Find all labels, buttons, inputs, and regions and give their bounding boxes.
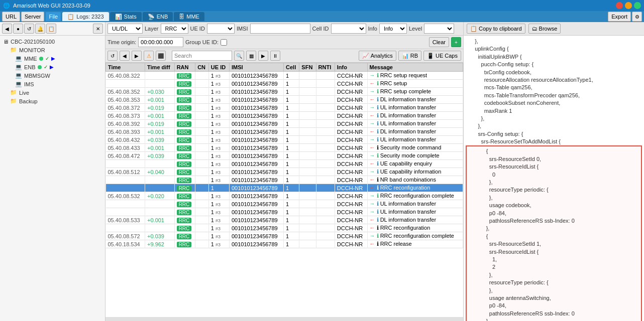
table-row[interactable]: 05.40.08.512 +0.040 RRC 1 #3 00101012345… xyxy=(106,168,463,176)
code-highlighted: { srs-ResourceSetId 0, srs-ResourceIdLis… xyxy=(468,147,640,321)
time-origin-input[interactable] xyxy=(138,37,183,47)
cell-time: 05.40.08.322 xyxy=(106,72,145,80)
sidebar-btn-3[interactable]: ↺ xyxy=(24,24,34,34)
refresh-icon-btn[interactable]: ↺ xyxy=(108,51,118,61)
right-code-panel[interactable]: }, uplinkConfig { initialUplinkBWP { puc… xyxy=(464,36,644,321)
tab-logs[interactable]: 📋 Logs: 2323 xyxy=(62,12,109,21)
table-row[interactable]: 05.40.08.532 +0.020 RRC 1 #3 00101012345… xyxy=(106,192,463,200)
close-btn[interactable] xyxy=(616,2,623,9)
search-icon-btn[interactable]: 🔍 xyxy=(234,51,244,61)
play-icon-btn[interactable]: ▶ xyxy=(258,51,268,61)
export-button[interactable]: Export xyxy=(608,12,631,22)
level-select[interactable]: 1 xyxy=(424,24,454,34)
col-msg[interactable]: Message xyxy=(367,63,463,72)
tab-mme[interactable]: 🗄 MME xyxy=(174,12,204,21)
sidebar-item-mme[interactable]: 💻 MME ✓ ▶ xyxy=(12,54,105,63)
filter-icon-btn[interactable]: ▦ xyxy=(246,51,256,61)
stop-icon-btn[interactable]: ⬛ xyxy=(156,51,166,61)
sidebar-btn-5[interactable]: 📋 xyxy=(46,24,56,34)
ue-caps-button[interactable]: 📱 UE Caps xyxy=(423,51,461,61)
msg-direction-icon: ← xyxy=(370,80,375,86)
col-ran[interactable]: RAN xyxy=(174,63,195,72)
table-row[interactable]: 05.40.18.534 +9.962 RRC 1 #3 00101012345… xyxy=(106,240,463,248)
server-button[interactable]: Server xyxy=(21,12,44,22)
col-cell[interactable]: Cell xyxy=(284,63,299,72)
horizontal-scrollbar[interactable] xyxy=(105,317,463,321)
rb-button[interactable]: 📊 RB xyxy=(398,51,421,61)
table-row[interactable]: 05.40.08.572 +0.039 RRC 1 #3 00101012345… xyxy=(106,232,463,240)
table-row[interactable]: RRC 1 #3 001010123456789 1 DCCH-NR ← ℹ N… xyxy=(106,176,463,184)
cell-sfn xyxy=(299,192,316,200)
nav-back-icon-btn[interactable]: ◀ xyxy=(120,51,130,61)
group-ue-id-checkbox[interactable] xyxy=(221,39,227,46)
minimize-btn[interactable] xyxy=(625,2,632,9)
nav-fwd-icon-btn[interactable]: ▶ xyxy=(132,51,142,61)
col-rnti[interactable]: RNTI xyxy=(316,63,335,72)
imsi-input[interactable] xyxy=(250,24,310,34)
table-row[interactable]: 05.40.08.373 +0.001 RRC 1 #3 00101012345… xyxy=(106,112,463,120)
table-row[interactable]: 05.40.08.533 +0.001 RRC 1 #3 00101012345… xyxy=(106,216,463,224)
file-button[interactable]: File xyxy=(45,12,61,22)
col-info[interactable]: Info xyxy=(335,63,367,72)
table-row[interactable]: 05.40.08.432 +0.039 RRC 1 #3 00101012345… xyxy=(106,136,463,144)
sidebar-close-btn[interactable]: ✕ xyxy=(93,24,103,34)
table-row[interactable]: RRC 1 #3 001010123456789 1 CCCH-NR ← ℹ R… xyxy=(106,80,463,88)
col-time[interactable]: Time xyxy=(106,63,145,72)
sidebar-item-root[interactable]: 🖥 CBC-2021050100 xyxy=(0,38,105,46)
table-row[interactable]: 05.40.08.393 +0.001 RRC 1 #3 00101012345… xyxy=(106,128,463,136)
maximize-btn[interactable] xyxy=(634,2,641,9)
table-row[interactable]: RRC 1 #3 001010123456789 1 DCCH-NR ← ℹ R… xyxy=(106,224,463,232)
table-row[interactable]: 05.40.08.353 +0.001 RRC 1 #3 00101012345… xyxy=(106,96,463,104)
table-row[interactable]: 05.40.08.392 +0.019 RRC 1 #3 00101012345… xyxy=(106,120,463,128)
sidebar-btn-4[interactable]: 🔔 xyxy=(35,24,45,34)
table-row[interactable]: 05.40.08.372 +0.019 RRC 1 #3 00101012345… xyxy=(106,104,463,112)
url-button[interactable]: URL xyxy=(2,12,20,22)
cell-msg: → ℹ UL information transfer xyxy=(367,200,463,208)
settings-icon-btn[interactable]: ⚙ xyxy=(632,12,642,22)
table-row[interactable]: 05.40.08.472 +0.039 RRC 1 #3 00101012345… xyxy=(106,152,463,160)
copy-to-clipboard-button[interactable]: 📋 Copy to clipboard xyxy=(467,24,525,34)
warning-icon-btn[interactable]: ⚠ xyxy=(144,51,154,61)
clear-button[interactable]: Clear xyxy=(429,37,449,47)
direction-select[interactable]: UL/DL UL DL xyxy=(108,24,143,34)
table-row[interactable]: RRC 1 #3 001010123456789 1 DCCH-NR → ℹ U… xyxy=(106,208,463,216)
table-row[interactable]: 05.40.08.433 +0.001 RRC 1 #3 00101012345… xyxy=(106,144,463,152)
cell-msg: ← ℹ RRC release xyxy=(367,240,463,248)
pause-icon-btn[interactable]: ⏸ xyxy=(270,51,280,61)
sidebar-item-ims[interactable]: 💻 IMS xyxy=(12,80,105,88)
info-select[interactable]: Info Debug xyxy=(379,24,407,34)
col-diff[interactable]: Time diff xyxy=(145,63,175,72)
col-sfn[interactable]: SFN xyxy=(299,63,316,72)
sidebar-btn-2[interactable]: ● xyxy=(13,24,23,34)
sidebar-item-monitor[interactable]: 📁 MONITOR xyxy=(7,46,105,54)
sidebar-item-enb[interactable]: 💻 ENB ✓ ▶ xyxy=(12,63,105,71)
tab-enb[interactable]: 📡 ENB xyxy=(143,12,173,21)
col-imsi[interactable]: IMSI xyxy=(229,63,283,72)
sidebar-btn-1[interactable]: ◀ xyxy=(2,24,12,34)
sidebar-item-live[interactable]: 📁 Live xyxy=(7,88,105,97)
add-icon-btn[interactable]: + xyxy=(451,37,461,47)
mme-status-dot xyxy=(39,57,43,61)
table-row[interactable]: RRC 1 #3 001010123456789 1 DCCH-NR ← ℹ U… xyxy=(106,160,463,168)
table-row[interactable]: RRC 1 001010123456789 1 DCCH-NR ← ℹ RRC … xyxy=(106,184,463,192)
analytics-button[interactable]: 📈 Analytics xyxy=(359,51,396,61)
ue-id-select[interactable]: 1 2 xyxy=(207,24,235,34)
browse-button[interactable]: 🗂 Browse xyxy=(528,24,561,34)
col-ueid[interactable]: UE ID xyxy=(208,63,229,72)
sidebar-item-mbmsgw[interactable]: 💻 MBMSGW xyxy=(12,71,105,80)
cell-cell: 1 xyxy=(284,128,299,136)
table-row[interactable]: RRC 1 #3 001010123456789 1 DCCH-NR → ℹ U… xyxy=(106,200,463,208)
layer-select[interactable]: RRC PDCP RLC xyxy=(161,24,188,34)
col-cn[interactable]: CN xyxy=(195,63,209,72)
cell-id-select[interactable]: 1 xyxy=(331,24,366,34)
cell-time xyxy=(106,224,145,232)
search-input[interactable] xyxy=(172,51,232,61)
cell-info: DCCH-NR xyxy=(335,224,367,232)
cell-sfn xyxy=(299,104,316,112)
tab-stats[interactable]: 📊 Stats xyxy=(110,12,142,21)
table-row[interactable]: 05.40.08.352 +0.030 RRC 1 #3 00101012345… xyxy=(106,88,463,96)
table-row[interactable]: 05.40.08.322 RRC 1 #3 001010123456789 1 … xyxy=(106,72,463,80)
cell-rnti xyxy=(316,240,335,248)
sidebar-item-backup[interactable]: 📁 Backup xyxy=(7,97,105,105)
msg-direction-icon: → xyxy=(370,152,375,158)
